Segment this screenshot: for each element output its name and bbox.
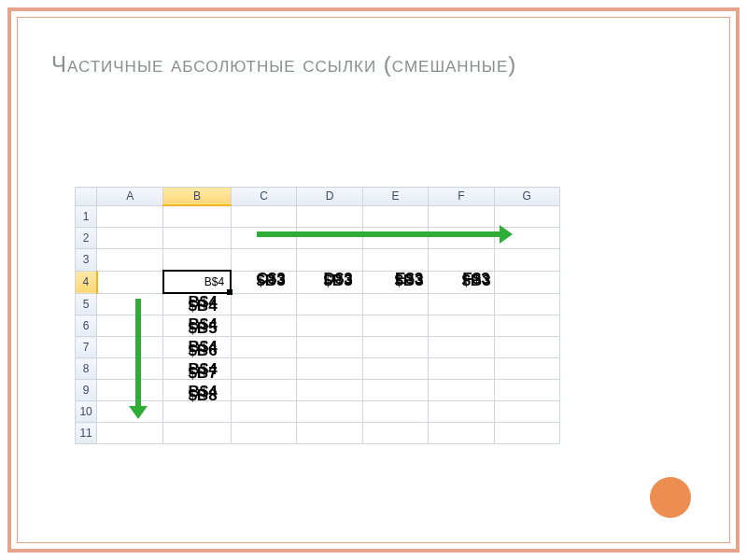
row-header-1: 1 — [76, 205, 97, 228]
overlay-r6-b: $B5 — [188, 320, 217, 335]
overlay-r6: B$4 $B5 — [188, 316, 217, 335]
overlay-r9: B$4 $B8 — [188, 384, 217, 402]
overlay-r9-b: $B8 — [188, 387, 217, 402]
overlay-d: D$3 $B3 — [323, 271, 352, 287]
row-header-3: 3 — [76, 249, 97, 272]
col-header-G: G — [494, 188, 559, 206]
drag-right-arrow — [257, 231, 500, 237]
overlay-r8: B$4 $B7 — [188, 361, 217, 380]
col-header-C: C — [231, 188, 297, 206]
col-header-B: B — [163, 188, 231, 206]
overlay-e: E$3 $B3 — [394, 271, 423, 287]
overlay-f-b: $B3 — [461, 273, 490, 287]
page-indicator-dot — [650, 477, 691, 518]
col-header-F: F — [429, 188, 494, 206]
overlay-c: C$3 $B3 — [256, 271, 285, 287]
overlay-d-b: $B3 — [323, 273, 352, 287]
overlay-r5: B$4 $B4 — [188, 294, 217, 313]
overlay-e-b: $B3 — [394, 273, 423, 287]
row-header-5: 5 — [76, 293, 97, 315]
spreadsheet-fragment: A B C D E F G 1 2 3 4 B$4 5 6 7 8 9 10 1… — [75, 187, 560, 444]
overlay-r8-b: $B7 — [188, 365, 217, 380]
selected-cell-value: B$4 — [164, 275, 230, 288]
drag-down-arrow — [135, 299, 141, 406]
row-header-9: 9 — [76, 380, 97, 401]
row-header-6: 6 — [76, 315, 97, 337]
slide-title: Частичные абсолютные ссылки (смешанные) — [51, 51, 710, 77]
overlay-f: F$3 $B3 — [461, 271, 490, 287]
overlay-r7: B$4 $B6 — [188, 339, 217, 357]
overlay-r5-b: $B4 — [188, 298, 217, 313]
row-header-4: 4 — [76, 271, 97, 293]
fill-handle — [227, 289, 233, 295]
col-header-D: D — [297, 188, 362, 206]
row-header-7: 7 — [76, 337, 97, 358]
row-header-8: 8 — [76, 358, 97, 380]
spreadsheet-grid: A B C D E F G 1 2 3 4 B$4 5 6 7 8 9 10 1… — [75, 187, 560, 444]
col-header-A: A — [97, 188, 163, 206]
row-header-10: 10 — [76, 401, 97, 423]
selected-cell-B4: B$4 — [163, 271, 231, 293]
overlay-r7-b: $B6 — [188, 343, 217, 357]
col-header-E: E — [362, 188, 428, 206]
overlay-c-b: $B3 — [256, 273, 285, 287]
row-header-2: 2 — [76, 228, 97, 249]
corner-cell — [76, 188, 97, 206]
row-header-11: 11 — [76, 423, 97, 444]
